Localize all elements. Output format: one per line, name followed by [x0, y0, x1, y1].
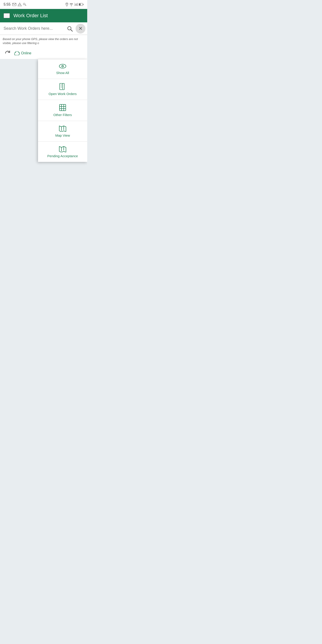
svg-point-6: [66, 3, 67, 4]
svg-rect-14: [83, 4, 84, 5]
dropdown-item-map-view[interactable]: Map View: [38, 121, 87, 142]
svg-rect-20: [60, 104, 66, 111]
dropdown-item-pending-acceptance[interactable]: Pending Acceptance: [38, 142, 87, 162]
status-bar: 5:55: [0, 0, 87, 9]
svg-line-5: [26, 5, 26, 5]
svg-marker-1: [18, 3, 22, 6]
key-icon: [23, 3, 26, 6]
location-icon: [65, 2, 68, 6]
status-icons-right: [65, 2, 84, 6]
toolbar-row: Online: [0, 48, 87, 59]
signal1-icon: [74, 3, 78, 6]
svg-rect-7: [74, 4, 75, 6]
dropdown-item-open-work-orders[interactable]: Open Work Orders: [38, 79, 87, 100]
eye-icon: [59, 63, 66, 69]
dropdown-label-open-work-orders: Open Work Orders: [48, 92, 77, 96]
dropdown-menu: Show All Open Work Orders Other Filters: [38, 59, 87, 162]
battery-icon: [79, 3, 84, 6]
status-icons-left: [12, 3, 26, 6]
search-icon: [67, 26, 73, 32]
dropdown-item-other-filters[interactable]: Other Filters: [38, 100, 87, 121]
status-left: 5:55: [4, 2, 26, 6]
gmail-icon: [12, 3, 16, 6]
dropdown-label-show-all: Show All: [56, 71, 69, 75]
svg-line-4: [25, 4, 26, 6]
search-bar: ✕: [0, 22, 87, 35]
dropdown-item-show-all[interactable]: Show All: [38, 59, 87, 79]
app-bar: Work Order List: [0, 9, 87, 22]
online-label: Online: [21, 51, 31, 55]
search-input[interactable]: [2, 26, 65, 31]
dropdown-label-map-view: Map View: [55, 134, 70, 137]
cloud-icon: [14, 51, 20, 55]
refresh-button[interactable]: [4, 49, 12, 57]
online-button[interactable]: Online: [14, 51, 31, 55]
status-time: 5:55: [4, 2, 10, 6]
dropdown-label-other-filters: Other Filters: [54, 113, 72, 117]
wifi-icon: [69, 3, 73, 6]
search-button[interactable]: [65, 24, 75, 34]
info-text: Based on your phone GPS, please view the…: [0, 35, 87, 48]
pending-map-icon: [59, 146, 66, 152]
drive-icon: [18, 3, 22, 6]
svg-point-3: [23, 3, 25, 5]
svg-rect-13: [79, 4, 80, 5]
close-button[interactable]: ✕: [76, 24, 86, 34]
svg-line-16: [71, 30, 72, 31]
menu-button[interactable]: [4, 13, 10, 18]
grid-icon: [59, 104, 66, 111]
refresh-icon: [4, 50, 11, 56]
book-icon: [59, 83, 66, 90]
svg-point-19: [62, 66, 63, 67]
map-view-icon: [59, 125, 66, 132]
app-title: Work Order List: [14, 13, 48, 18]
dropdown-label-pending-acceptance: Pending Acceptance: [48, 154, 78, 158]
main-content: Show All Open Work Orders Other Filters: [0, 59, 87, 194]
